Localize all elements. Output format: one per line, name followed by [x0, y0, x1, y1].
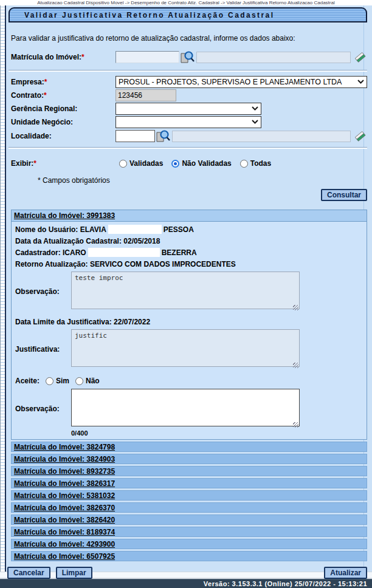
matricula-name-field	[196, 52, 351, 63]
unidade-negocio-select[interactable]	[115, 116, 261, 128]
data-limite-row: Data Limite da Justificativa: 22/07/2022	[15, 316, 363, 327]
cancelar-button[interactable]: Cancelar	[7, 567, 50, 579]
required-asterisk: *	[44, 91, 47, 100]
radio-todas[interactable]: Todas	[240, 159, 271, 168]
matricula-header-link[interactable]: Matrícula do Imóvel: 3991383	[14, 211, 115, 220]
empresa-select[interactable]: PROSUL - PROJETOS, SUPERVISAO E PLANEJAM…	[115, 76, 367, 88]
observacao-row: Observação: teste improc	[15, 272, 363, 312]
aceite-label: Aceite:	[15, 377, 40, 385]
section-divider	[9, 70, 367, 72]
matricula-imovel-label: Matrícula do Imóvel:*	[11, 53, 115, 61]
radio-validadas[interactable]: Validadas	[119, 159, 163, 168]
radio-icon[interactable]	[240, 160, 248, 168]
matricula-row-link[interactable]: Matrícula do Imóvel: 3824798	[14, 443, 115, 451]
required-asterisk: *	[33, 159, 36, 168]
localidade-input[interactable]	[115, 130, 155, 142]
radio-checked-icon[interactable]	[171, 160, 179, 168]
matricula-row-link[interactable]: Matrícula do Imóvel: 5381032	[14, 491, 115, 500]
localidade-erase-icon[interactable]	[354, 129, 367, 143]
footer-bar: Versão: 3.153.3.1 (Online) 25/07/2022 - …	[0, 579, 372, 588]
required-note: * Campos obrigatórios	[38, 176, 367, 185]
observacao-edit-row: Observação:	[15, 389, 363, 429]
localidade-search-icon[interactable]	[155, 129, 171, 143]
matricula-row[interactable]: Matrícula do Imóvel: 3826420	[11, 514, 367, 525]
matricula-search-icon[interactable]	[179, 50, 195, 64]
observacao-edit-label: Observação:	[15, 389, 71, 429]
page: Atualizacao Cadastral Dispositivo Movel …	[0, 0, 372, 588]
left-edge-decoration	[0, 5, 6, 572]
unidade-row: Unidade Negócio:	[11, 115, 367, 128]
update-date-row: Data da Atualização Cadastral: 02/05/201…	[15, 235, 363, 247]
page-title-bar: Validar Justificativa Retorno Atualizaçã…	[9, 7, 367, 22]
matricula-row-link[interactable]: Matrícula do Imóvel: 3826420	[14, 516, 115, 524]
page-title: Validar Justificativa Retorno Atualizaçã…	[10, 11, 274, 19]
char-counter: 0/400	[71, 429, 363, 437]
contrato-row: Contrato:*	[11, 89, 367, 101]
bottom-buttons: Cancelar Limpar Atualizar	[7, 567, 367, 579]
version-text: Versão: 3.153.3.1 (Online) 25/07/2022 - …	[204, 580, 372, 587]
body: Validar Justificativa Retorno Atualizaçã…	[0, 5, 372, 572]
observacao-edit-textarea[interactable]	[71, 389, 300, 426]
localidade-name-field	[172, 131, 351, 142]
localidade-row: Localidade:	[11, 129, 367, 143]
empresa-label: Empresa:*	[11, 78, 115, 86]
exibir-label: Exibir:*	[11, 159, 115, 168]
justificativa-row: Justificativa: justific	[15, 329, 363, 369]
matricula-row-link[interactable]: Matrícula do Imóvel: 8932735	[14, 467, 115, 476]
matricula-erase-icon[interactable]	[354, 50, 367, 64]
radio-icon[interactable]	[119, 160, 127, 168]
matricula-imovel-input[interactable]	[115, 51, 179, 63]
exibir-radio-group: Validadas Não Validadas Todas	[119, 159, 271, 168]
radio-sim[interactable]: Sim	[46, 377, 69, 385]
aceite-row: Aceite: Sim Não	[15, 377, 363, 385]
result-header[interactable]: Matrícula do Imóvel: 3991383	[12, 210, 367, 222]
observacao-textarea: teste improc	[71, 272, 300, 309]
matricula-row[interactable]: Matrícula do Imóvel: 5381032	[11, 490, 367, 501]
gerencia-row: Gerência Regional:	[11, 102, 367, 115]
justificativa-label: Justificativa:	[15, 329, 71, 369]
justificativa-textarea: justific	[71, 329, 300, 367]
breadcrumb: Atualizacao Cadastral Dispositivo Movel …	[0, 0, 372, 5]
limpar-button[interactable]: Limpar	[56, 567, 92, 579]
required-asterisk: *	[81, 53, 84, 61]
matricula-row-link[interactable]: Matrícula do Imóvel: 3826317	[14, 479, 115, 488]
chevron-down-icon	[252, 120, 258, 124]
gerencia-regional-select[interactable]	[115, 103, 261, 115]
matricula-row[interactable]: Matrícula do Imóvel: 8932735	[11, 466, 367, 476]
result-item-expanded: Matrícula do Imóvel: 3991383 Nome do Usu…	[11, 210, 367, 440]
intro-text: Para validar a justificativa do retorno …	[11, 34, 367, 43]
exibir-row: Exibir:* Validadas Não Validadas Todas	[11, 158, 367, 169]
matricula-row-link[interactable]: Matrícula do Imóvel: 3824903	[14, 455, 115, 463]
matricula-row-link[interactable]: Matrícula do Imóvel: 3826370	[14, 504, 115, 512]
matricula-row[interactable]: Matrícula do Imóvel: 8189374	[11, 527, 367, 537]
matricula-row[interactable]: Matrícula do Imóvel: 4293900	[11, 539, 367, 549]
matricula-row: Matrícula do Imóvel:*	[11, 50, 367, 64]
empresa-row: Empresa:* PROSUL - PROJETOS, SUPERVISAO …	[11, 75, 367, 88]
radio-icon[interactable]	[46, 377, 53, 385]
radio-icon[interactable]	[75, 377, 83, 385]
matricula-row-link[interactable]: Matrícula do Imóvel: 6507925	[14, 552, 115, 561]
observacao-label: Observação:	[15, 272, 71, 312]
contrato-input	[115, 89, 176, 101]
consultar-button[interactable]: Consultar	[321, 189, 367, 201]
redaction-box	[88, 248, 160, 257]
matricula-row[interactable]: Matrícula do Imóvel: 6507925	[11, 551, 367, 561]
matricula-row-link[interactable]: Matrícula do Imóvel: 4293900	[14, 540, 115, 549]
result-detail: Nome do Usuário: ELAVIAPESSOA Data da At…	[12, 222, 367, 439]
matricula-row[interactable]: Matrícula do Imóvel: 3826317	[11, 478, 367, 488]
atualizar-button[interactable]: Atualizar	[324, 567, 367, 579]
chevron-down-icon	[357, 80, 364, 84]
matricula-row[interactable]: Matrícula do Imóvel: 3824903	[11, 454, 367, 464]
radio-nao[interactable]: Não	[75, 377, 100, 385]
matricula-row[interactable]: Matrícula do Imóvel: 3826370	[11, 502, 367, 513]
radio-nao-validadas[interactable]: Não Validadas	[171, 159, 231, 168]
matricula-row-link[interactable]: Matrícula do Imóvel: 8189374	[14, 528, 115, 536]
unidade-negocio-label: Unidade Negócio:	[11, 118, 115, 126]
collapsed-results-list: Matrícula do Imóvel: 3824798 Matrícula d…	[7, 442, 367, 561]
section-divider	[9, 147, 367, 149]
redaction-box	[108, 225, 162, 234]
cadastrador-row: Cadastrador: ICAROBEZERRA	[15, 247, 363, 258]
required-asterisk: *	[44, 78, 47, 86]
matricula-row[interactable]: Matrícula do Imóvel: 3824798	[11, 442, 367, 452]
chevron-down-icon	[252, 106, 258, 111]
